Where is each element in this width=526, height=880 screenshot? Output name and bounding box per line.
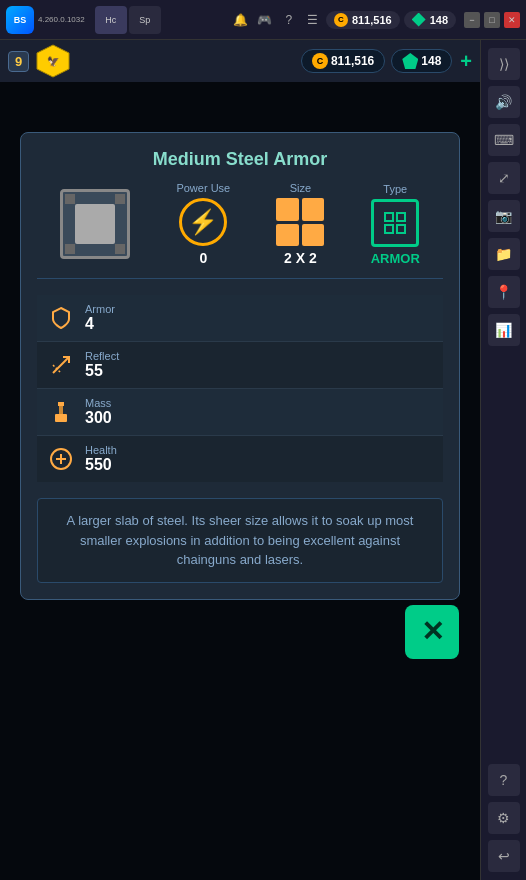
game-area: 9 🦅 C 811,516 148 + Medium Steel Armor <box>0 40 480 880</box>
power-use-value: 0 <box>199 250 207 266</box>
type-icon <box>371 199 419 247</box>
gamepad-icon[interactable]: 🎮 <box>256 11 274 29</box>
sidebar-volume-icon[interactable]: 🔊 <box>488 86 520 118</box>
health-label: Health <box>85 444 117 456</box>
close-button[interactable]: ✕ <box>504 12 520 28</box>
item-stats-row: Power Use ⚡ 0 Size 2 X 2 <box>37 182 443 279</box>
corner-bl <box>65 244 75 254</box>
modal-overlay: Medium Steel Armor Power Use ⚡ 0 <box>0 82 480 880</box>
bs-currency-gems: 148 <box>404 11 456 29</box>
armor-info: Armor 4 <box>85 303 115 333</box>
player-emblem: 🦅 <box>35 43 71 79</box>
notification-icon[interactable]: 🔔 <box>232 11 250 29</box>
size-cell-1 <box>276 198 299 221</box>
maximize-button[interactable]: □ <box>484 12 500 28</box>
sidebar-folder-icon[interactable]: 📁 <box>488 238 520 270</box>
corner-tr <box>115 194 125 204</box>
bluestacks-logo: BS <box>6 6 34 34</box>
sidebar-help-icon[interactable]: ? <box>488 764 520 796</box>
coin-value: 811,516 <box>352 14 392 26</box>
bs-tabs: Hc Sp <box>95 6 228 34</box>
svg-rect-4 <box>385 225 393 233</box>
close-icon: ✕ <box>421 615 444 648</box>
sidebar-chart-icon[interactable]: 📊 <box>488 314 520 346</box>
stat-power-use: Power Use ⚡ 0 <box>176 182 230 266</box>
item-description: A larger slab of steel. Its sheer size a… <box>37 498 443 583</box>
sidebar-camera-icon[interactable]: 📷 <box>488 200 520 232</box>
close-item-button[interactable]: ✕ <box>405 605 459 659</box>
sidebar-back-icon[interactable]: ↩ <box>488 840 520 872</box>
mass-info: Mass 300 <box>85 397 112 427</box>
item-title: Medium Steel Armor <box>37 149 443 170</box>
size-cell-2 <box>302 198 325 221</box>
svg-rect-9 <box>55 414 67 422</box>
reflect-info: Reflect 55 <box>85 350 119 380</box>
game-coin-value: 811,516 <box>331 54 374 68</box>
stat-size: Size 2 X 2 <box>276 182 324 266</box>
health-value: 550 <box>85 456 117 474</box>
reflect-icon <box>47 351 75 379</box>
game-coin-icon: C <box>312 53 328 69</box>
game-gem-value: 148 <box>421 54 441 68</box>
mass-value: 300 <box>85 409 112 427</box>
type-label-header: Type <box>383 183 407 195</box>
game-gem-icon <box>402 53 418 69</box>
size-grid <box>276 198 324 246</box>
svg-rect-3 <box>397 213 405 221</box>
sidebar-location-icon[interactable]: 📍 <box>488 276 520 308</box>
svg-rect-2 <box>385 213 393 221</box>
svg-rect-10 <box>59 406 63 414</box>
svg-rect-5 <box>397 225 405 233</box>
armor-stat-row: Armor 4 <box>37 295 443 342</box>
gem-icon <box>412 13 426 27</box>
power-use-label: Power Use <box>176 182 230 194</box>
size-label: Size <box>290 182 311 194</box>
sidebar-rotate-icon[interactable]: ⤢ <box>488 162 520 194</box>
detail-stats: Armor 4 Reflect 55 <box>37 295 443 482</box>
armor-body <box>75 204 115 244</box>
level-badge: 9 <box>8 51 29 72</box>
armor-label: Armor <box>85 303 115 315</box>
corner-tl <box>65 194 75 204</box>
window-controls: − □ ✕ <box>464 12 520 28</box>
health-icon <box>47 445 75 473</box>
bluestacks-version: 4.260.0.1032 <box>38 15 85 24</box>
menu-icon[interactable]: ☰ <box>304 11 322 29</box>
item-image <box>60 189 130 259</box>
svg-text:🦅: 🦅 <box>47 55 60 68</box>
sidebar-keyboard-icon[interactable]: ⌨ <box>488 124 520 156</box>
reflect-value: 55 <box>85 362 119 380</box>
armor-value: 4 <box>85 315 115 333</box>
health-stat-row: Health 550 <box>37 436 443 482</box>
help-icon[interactable]: ? <box>280 11 298 29</box>
game-topbar: 9 🦅 C 811,516 148 + <box>0 40 480 82</box>
minimize-button[interactable]: − <box>464 12 480 28</box>
mass-stat-row: Mass 300 <box>37 389 443 436</box>
bs-tab-2[interactable]: Sp <box>129 6 161 34</box>
mass-label: Mass <box>85 397 112 409</box>
svg-line-6 <box>53 357 69 373</box>
bluestacks-topbar: BS 4.260.0.1032 Hc Sp 🔔 🎮 ? ☰ C 811,516 … <box>0 0 526 40</box>
bs-currency-coins: C 811,516 <box>326 11 400 29</box>
corner-br <box>115 244 125 254</box>
mass-icon <box>47 398 75 426</box>
reflect-label: Reflect <box>85 350 119 362</box>
sidebar-settings-icon[interactable]: ⚙ <box>488 802 520 834</box>
item-card: Medium Steel Armor Power Use ⚡ 0 <box>20 132 460 600</box>
type-value: ARMOR <box>371 251 420 266</box>
game-currency-gems: 148 <box>391 49 452 73</box>
armor-icon <box>47 304 75 332</box>
add-currency-button[interactable]: + <box>460 50 472 73</box>
reflect-stat-row: Reflect 55 <box>37 342 443 389</box>
size-cell-4 <box>302 224 325 247</box>
level-value: 9 <box>15 54 22 69</box>
svg-rect-8 <box>58 402 64 406</box>
bs-tab-1[interactable]: Hc <box>95 6 127 34</box>
bs-controls: 🔔 🎮 ? ☰ <box>232 11 322 29</box>
sidebar-expand-icon[interactable]: ⟩⟩ <box>488 48 520 80</box>
gem-value: 148 <box>430 14 448 26</box>
game-currency-coins: C 811,516 <box>301 49 385 73</box>
coin-icon: C <box>334 13 348 27</box>
health-info: Health 550 <box>85 444 117 474</box>
size-cell-3 <box>276 224 299 247</box>
